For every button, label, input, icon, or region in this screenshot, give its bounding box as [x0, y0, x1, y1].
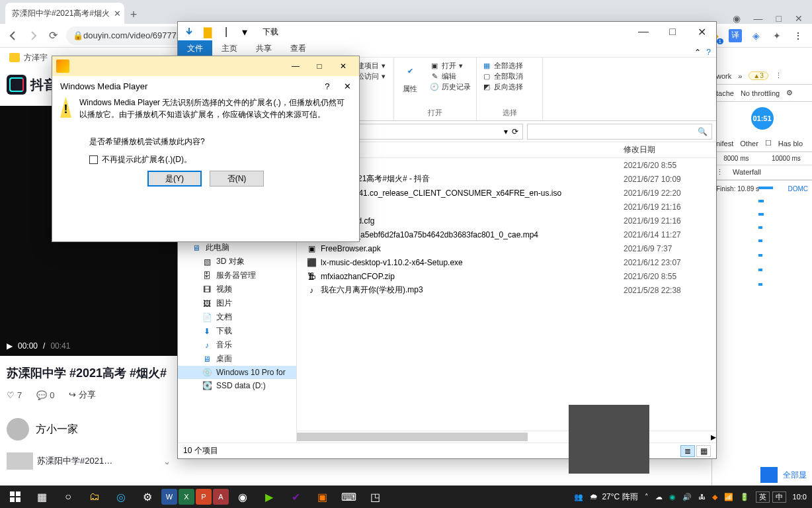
tree-dl[interactable]: ⬇下载 [178, 324, 296, 338]
new-tab-button[interactable]: + [124, 5, 143, 24]
tray-app-icon[interactable]: ◉ [669, 493, 676, 501]
wmp-titlebar[interactable]: — □ ✕ [52, 56, 359, 76]
table-row[interactable]: ⚙276516.xltd.cfg2021/6/19 21:16 [297, 214, 716, 228]
no-button[interactable]: 否(N) [210, 171, 264, 187]
dt-tache[interactable]: tache [716, 89, 734, 97]
dt-menu-icon[interactable]: ⋮ [775, 71, 782, 80]
tb-people-icon[interactable]: 👥 [574, 493, 583, 501]
scroll-thumb[interactable] [297, 433, 528, 441]
ime-b[interactable]: 中 [772, 491, 786, 503]
tree-pic[interactable]: 🖼图片 [178, 296, 296, 310]
tb-clock[interactable]: 10:0 [793, 493, 807, 501]
ribbon-tab-home[interactable]: 主页 [212, 40, 247, 57]
refresh-icon[interactable]: ⟳ [512, 127, 518, 136]
taskview-icon[interactable]: ▦ [29, 486, 54, 508]
table-row[interactable]: ▣FreeBrowser.apk2021/6/9 7:37 [297, 241, 716, 255]
tb-chrome-icon[interactable]: ◉ [230, 486, 255, 508]
tray-batt-icon[interactable]: 🔋 [740, 493, 749, 501]
tree-srv[interactable]: 🗄服务器管理 [178, 269, 296, 282]
h-scrollbar[interactable]: ◂ ▸ [297, 431, 716, 443]
dt-warn-badge[interactable]: ▲3 [749, 71, 768, 80]
tab-close-icon[interactable]: ✕ [114, 9, 121, 19]
view-large-icon[interactable]: ▦ [696, 445, 711, 457]
ime[interactable]: 英 中 [756, 491, 786, 503]
tb-todo-icon[interactable]: ✔ [283, 486, 308, 508]
tb-settings-icon[interactable]: ⚙ [135, 486, 160, 508]
explorer-min-icon[interactable]: — [629, 22, 658, 42]
tb-orange-icon[interactable]: ▣ [309, 486, 335, 508]
tray-vol-icon[interactable]: 🔊 [682, 493, 692, 501]
tb-term-icon[interactable]: ⌨ [336, 486, 361, 508]
tree-ssd[interactable]: 💽SSD data (D:) [178, 379, 296, 392]
tree-music[interactable]: ♪音乐 [178, 338, 296, 352]
tree-this-pc[interactable]: 🖥此电脑 [178, 241, 296, 255]
dt-settings-icon[interactable]: ⚙ [786, 89, 793, 97]
blue-button-fragment[interactable] [760, 467, 778, 483]
tray-cloud-icon[interactable]: ☁ [655, 493, 663, 501]
ribbon-sel-none[interactable]: ▢全部取消 [482, 71, 537, 81]
share-button[interactable]: ↪ 分享 [69, 389, 96, 401]
tb-explorer-icon[interactable]: 🗂 [82, 486, 107, 508]
chrome-close-icon[interactable]: ✕ [795, 13, 803, 24]
explorer-max-icon[interactable]: □ [658, 22, 687, 42]
yes-button[interactable]: 是(Y) [147, 171, 202, 187]
dt-manifest[interactable]: nifest [716, 140, 733, 148]
start-button[interactable] [3, 486, 28, 508]
tray-wifi-icon[interactable]: 📶 [724, 493, 733, 501]
table-row[interactable]: 📁anCFOP2021/6/20 8:55 [297, 158, 716, 172]
tree-3d[interactable]: ▧3D 对象 [178, 255, 296, 269]
wmp-min-icon[interactable]: — [284, 57, 307, 75]
tree-desk[interactable]: 🖥桌面 [178, 352, 296, 366]
cortana-icon[interactable]: ○ [56, 486, 81, 508]
chevron-down-icon[interactable]: ⌄ [163, 456, 171, 466]
tb-word-icon[interactable]: W [161, 489, 177, 505]
table-row[interactable]: 📁日中学#2021高考#烟火# - 抖音2021/6/27 10:09 [297, 172, 716, 186]
tb-misc-icon[interactable]: ◳ [362, 486, 387, 508]
chrome-tab-active[interactable]: 苏溧阳中学#2021高考#烟火 ✕ [5, 3, 124, 24]
chrome-min-icon[interactable]: — [754, 13, 763, 24]
reload-icon[interactable]: ⟳ [46, 29, 60, 42]
ribbon-properties[interactable]: ✔属性 [399, 60, 421, 94]
tb-edge-icon[interactable]: ◎ [108, 486, 134, 508]
view-details-icon[interactable]: ≣ [680, 445, 695, 457]
qat-folder-icon[interactable]: ▇ [199, 23, 216, 40]
explorer-close-icon[interactable]: ✕ [687, 22, 716, 42]
col-date[interactable]: 修改日期 [624, 142, 716, 157]
ribbon-collapse-icon[interactable]: ⌃ [694, 48, 701, 57]
like-button[interactable]: ♡7 [7, 390, 22, 400]
ext-translate-icon[interactable]: 译 [729, 29, 742, 42]
dt-hasblock[interactable]: Has blo [778, 140, 803, 148]
explorer-titlebar[interactable]: ▇ | ▾ 下载 — □ ✕ [178, 22, 716, 42]
wmp-max-icon[interactable]: □ [307, 57, 331, 75]
wmp-inner-close-icon[interactable]: ✕ [344, 81, 351, 91]
scroll-right-icon[interactable]: ▸ [711, 431, 716, 443]
wmp-checkbox[interactable]: 不再提示此扩展名(.)(D)。 [89, 154, 351, 165]
chrome-account-icon[interactable]: ◉ [733, 13, 741, 24]
tree-doc[interactable]: 📄文档 [178, 310, 296, 324]
tray-chevron-icon[interactable]: ˄ [645, 493, 649, 501]
tb-wmp-icon[interactable]: ▶ [257, 486, 282, 508]
uploader-row[interactable]: 方小一家 [0, 411, 177, 447]
tree-video[interactable]: 🎞视频 [178, 282, 296, 296]
dt-other[interactable]: Other [740, 140, 758, 148]
ribbon-tab-file[interactable]: 文件 [178, 40, 212, 57]
related-video[interactable]: 苏溧阳中学#2021… ⌄ [0, 447, 177, 475]
tb-weather[interactable]: 🌧 27°C 阵雨 [590, 491, 637, 503]
footer-label[interactable]: 全部显 [783, 470, 807, 481]
ribbon-edit[interactable]: ✎编辑 [430, 71, 471, 81]
tb-ppt-icon[interactable]: P [196, 489, 212, 505]
wmp-help-icon[interactable]: ? [325, 81, 329, 91]
table-row[interactable]: 💿210529-1541.co_release_CLIENT_CONSUMER_… [297, 186, 716, 200]
table-row[interactable]: ▶19444225_a5ebf6d2fa10a75b4642db3683fac8… [297, 228, 716, 241]
ribbon-sel-inv[interactable]: ◩反向选择 [482, 82, 537, 92]
table-row[interactable]: ⚙ltd2021/6/19 21:16 [297, 200, 716, 214]
tray-net-icon[interactable]: 🖧 [698, 493, 706, 501]
table-row[interactable]: ⬛lx-music-desktop-v1.10.2-x64-Setup.exe2… [297, 255, 716, 269]
tree-win10[interactable]: 💿Windows 10 Pro for [178, 366, 296, 379]
bookmark-label[interactable]: 方泽宇 [24, 52, 48, 64]
chrome-menu-icon[interactable]: ⋮ [791, 28, 805, 43]
dt-tab-network[interactable]: work [716, 72, 731, 80]
ribbon-history[interactable]: 🕘历史记录 [430, 82, 471, 92]
breadcrumb-dropdown-icon[interactable]: ▾ [504, 127, 508, 136]
back-icon[interactable] [7, 29, 20, 42]
